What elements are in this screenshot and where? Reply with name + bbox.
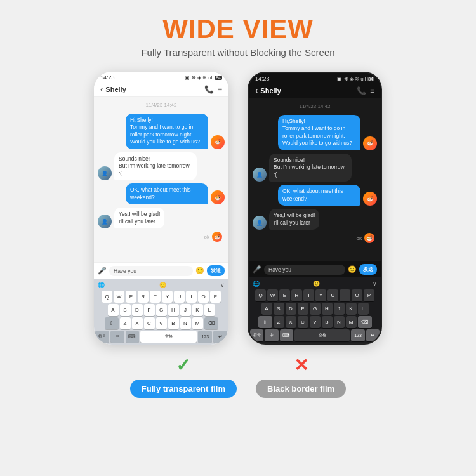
right-emoji-icon[interactable]: 🙂 xyxy=(348,265,357,274)
rkey-p[interactable]: P xyxy=(364,289,374,301)
key-k[interactable]: K xyxy=(192,304,203,316)
key-m[interactable]: M xyxy=(192,317,203,329)
key-u[interactable]: U xyxy=(174,291,185,303)
rkey-t[interactable]: T xyxy=(303,289,314,301)
rkey-y[interactable]: Y xyxy=(315,289,326,301)
key-g[interactable]: G xyxy=(156,304,167,316)
key-shift[interactable]: ⇧ xyxy=(105,317,119,329)
left-avatar-4: 👤 xyxy=(98,215,112,228)
rkey-x[interactable]: X xyxy=(286,316,296,328)
rkey-mic2[interactable]: ⌨ xyxy=(280,329,293,341)
key-space[interactable]: 空格 xyxy=(140,331,197,343)
key-b[interactable]: B xyxy=(168,317,179,329)
rkey-d[interactable]: D xyxy=(286,303,296,315)
key-i[interactable]: I xyxy=(186,291,197,303)
left-phone-wrapper: 14:23 ▣ ❋ ◈ ≋ ull 84 ‹ Shelly 📞 ≡ 11/4/2… xyxy=(94,72,228,345)
key-h[interactable]: H xyxy=(168,304,179,316)
left-bubble-4: Yes,I will be glad!I'll call you later xyxy=(114,208,164,228)
left-call-icon[interactable]: 📞 xyxy=(204,85,214,94)
right-back-arrow[interactable]: ‹ xyxy=(255,86,258,95)
key-y[interactable]: Y xyxy=(162,291,173,303)
key-enter[interactable]: ↵ xyxy=(213,331,227,343)
left-back-arrow[interactable]: ‹ xyxy=(100,84,103,94)
right-input-box[interactable]: Have you xyxy=(264,265,345,275)
right-msg-4: 👤 Yes,I will be glad!I'll call you later xyxy=(253,209,377,230)
left-contact-name: Shelly xyxy=(105,86,126,93)
right-kb-icon-2: 🙂 xyxy=(313,281,320,287)
key-d[interactable]: D xyxy=(132,304,143,316)
left-ok-text: ok xyxy=(204,234,209,240)
left-mic-icon[interactable]: 🎤 xyxy=(98,267,107,275)
right-msg-2: 👤 Sounds nice!But I'm working late tomor… xyxy=(253,154,377,182)
key-s[interactable]: S xyxy=(120,304,131,316)
key-e[interactable]: E xyxy=(126,291,136,303)
key-v[interactable]: V xyxy=(156,317,167,329)
left-msg-3: OK, what about meet this weekend? 🍜 xyxy=(98,183,225,204)
rkey-f[interactable]: F xyxy=(298,303,308,315)
key-mic2[interactable]: ⌨ xyxy=(126,331,140,343)
left-input-box[interactable]: Have you xyxy=(109,266,193,276)
rkey-j[interactable]: J xyxy=(334,303,345,315)
rkey-123[interactable]: 123 xyxy=(351,329,364,341)
rkey-i[interactable]: I xyxy=(340,289,350,301)
left-emoji-icon[interactable]: 🙂 xyxy=(195,267,204,275)
left-bubble-2: Sounds nice!But I'm working late tomorro… xyxy=(114,152,197,180)
key-c[interactable]: C xyxy=(144,317,155,329)
page-title: WIDE VIEW xyxy=(141,14,334,44)
rkey-s[interactable]: S xyxy=(274,303,284,315)
right-keyboard: 🌐 🙂 ∨ Q W E R T Y U I O P A xyxy=(249,277,381,343)
rkey-k[interactable]: K xyxy=(346,303,357,315)
right-send-button[interactable]: 发送 xyxy=(359,264,377,275)
left-kb-top-row: 🌐 🙂 ∨ xyxy=(95,281,227,289)
rkey-h[interactable]: H xyxy=(322,303,333,315)
rkey-c[interactable]: C xyxy=(298,316,308,328)
key-l[interactable]: L xyxy=(204,304,215,316)
rkey-e[interactable]: E xyxy=(279,289,290,301)
left-chat-header: ‹ Shelly 📞 ≡ xyxy=(94,82,228,97)
rkey-v[interactable]: V xyxy=(310,316,321,328)
key-n[interactable]: N xyxy=(180,317,191,329)
key-o[interactable]: O xyxy=(198,291,209,303)
key-j[interactable]: J xyxy=(180,304,191,316)
left-send-button[interactable]: 发送 xyxy=(207,265,225,276)
key-q[interactable]: Q xyxy=(102,291,112,303)
check-mark-icon: ✓ xyxy=(176,355,190,376)
rkey-zh[interactable]: 中 xyxy=(265,329,278,341)
left-status-bar: 14:23 ▣ ❋ ◈ ≋ ull 84 xyxy=(94,72,228,82)
rkey-z[interactable]: Z xyxy=(274,316,284,328)
rkey-l[interactable]: L xyxy=(358,303,369,315)
rkey-n[interactable]: N xyxy=(334,316,345,328)
right-mic-icon[interactable]: 🎤 xyxy=(253,265,261,274)
key-a[interactable]: A xyxy=(108,304,119,316)
rkey-a[interactable]: A xyxy=(261,303,272,315)
rkey-o[interactable]: O xyxy=(352,289,362,301)
key-p[interactable]: P xyxy=(210,291,221,303)
key-z[interactable]: Z xyxy=(120,317,131,329)
right-call-icon[interactable]: 📞 xyxy=(357,86,366,95)
right-menu-icon[interactable]: ≡ xyxy=(370,86,374,95)
rkey-space[interactable]: 空格 xyxy=(294,329,350,341)
rkey-shift[interactable]: ⇧ xyxy=(258,316,272,328)
rkey-q[interactable]: Q xyxy=(255,289,266,301)
rkey-del[interactable]: ⌫ xyxy=(358,316,372,328)
key-f[interactable]: F xyxy=(144,304,155,316)
rkey-w[interactable]: W xyxy=(267,289,278,301)
rkey-symbol[interactable]: 符号 xyxy=(250,329,263,341)
key-t[interactable]: T xyxy=(150,291,161,303)
left-menu-icon[interactable]: ≡ xyxy=(218,85,222,94)
key-zh[interactable]: 中 xyxy=(110,331,124,343)
key-del[interactable]: ⌫ xyxy=(204,317,218,329)
rkey-enter[interactable]: ↵ xyxy=(366,329,380,341)
key-r[interactable]: R xyxy=(138,291,149,303)
key-123[interactable]: 123 xyxy=(198,331,212,343)
key-w[interactable]: W xyxy=(114,291,124,303)
rkey-r[interactable]: R xyxy=(291,289,302,301)
right-contact-name: Shelly xyxy=(260,87,281,95)
rkey-u[interactable]: U xyxy=(327,289,338,301)
key-symbol[interactable]: 符号 xyxy=(95,331,109,343)
rkey-m[interactable]: M xyxy=(346,316,357,328)
right-kb-row-1: Q W E R T Y U I O P xyxy=(250,289,380,301)
key-x[interactable]: X xyxy=(132,317,143,329)
rkey-g[interactable]: G xyxy=(310,303,321,315)
rkey-b[interactable]: B xyxy=(322,316,333,328)
